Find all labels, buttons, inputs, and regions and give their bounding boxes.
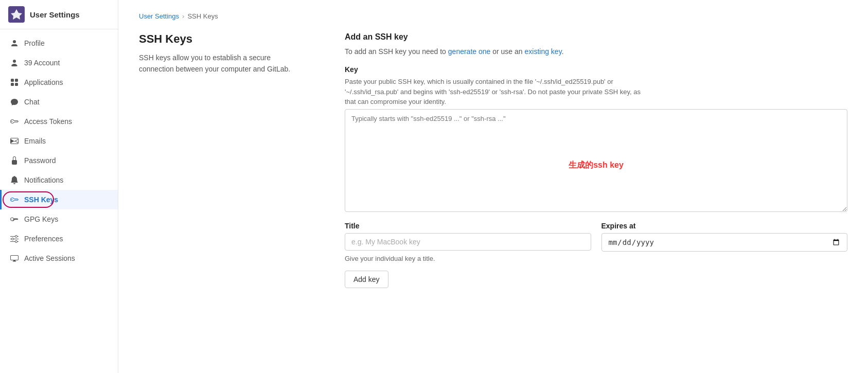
add-ssh-key-heading: Add an SSH key — [345, 32, 847, 42]
generate-one-link[interactable]: generate one — [448, 47, 491, 56]
title-group: Title — [345, 222, 591, 252]
sidebar-item-emails[interactable]: Emails — [0, 131, 118, 151]
app-logo — [8, 6, 25, 23]
sidebar-item-preferences[interactable]: Preferences — [0, 229, 118, 248]
sidebar-item-password[interactable]: Password — [0, 151, 118, 170]
lock-icon — [10, 156, 19, 165]
svg-marker-0 — [11, 9, 22, 20]
sidebar-label-preferences: Preferences — [24, 235, 63, 243]
sidebar-label-profile: Profile — [24, 39, 45, 47]
key-label: Key — [345, 65, 847, 74]
chat-icon — [10, 97, 19, 106]
sidebar-label-ssh-keys: SSH Keys — [24, 196, 58, 204]
key-icon — [10, 117, 19, 126]
sidebar-label-chat: Chat — [24, 98, 40, 106]
person-badge-icon — [10, 58, 19, 67]
sidebar-item-chat[interactable]: Chat — [0, 92, 118, 112]
sidebar-label-account: 39 Account — [24, 59, 60, 67]
sidebar-label-emails: Emails — [24, 137, 46, 145]
sidebar-item-account[interactable]: 39 Account — [0, 53, 118, 73]
sidebar-nav: Profile 39 Account Applications Chat Acc — [0, 29, 118, 373]
existing-key-link[interactable]: existing key — [525, 47, 562, 56]
page-description: SSH keys allow you to establish a secure… — [139, 52, 314, 75]
monitor-icon — [10, 254, 19, 263]
sidebar-label-gpg-keys: GPG Keys — [24, 215, 58, 223]
sidebar-item-applications[interactable]: Applications — [0, 73, 118, 92]
key-fill-icon — [10, 195, 19, 204]
bell-icon — [10, 175, 19, 185]
sidebar-label-active-sessions: Active Sessions — [24, 254, 75, 262]
expires-label: Expires at — [601, 222, 848, 230]
sliders-icon — [10, 234, 19, 243]
page-title: SSH Keys — [139, 32, 314, 46]
sidebar-item-notifications[interactable]: Notifications — [0, 170, 118, 190]
grid-icon — [10, 78, 19, 87]
title-expires-row: Title Expires at — [345, 222, 847, 252]
sidebar-item-access-tokens[interactable]: Access Tokens — [0, 112, 118, 131]
key-description: Paste your public SSH key, which is usua… — [345, 77, 847, 107]
envelope-icon — [10, 136, 19, 146]
sidebar-label-access-tokens: Access Tokens — [24, 117, 72, 126]
sidebar: User Settings Profile 39 Account Applica… — [0, 0, 118, 373]
sidebar-item-gpg-keys[interactable]: GPG Keys — [0, 209, 118, 229]
breadcrumb: User Settings › SSH Keys — [139, 12, 847, 20]
breadcrumb-separator: › — [182, 12, 184, 20]
breadcrumb-current: SSH Keys — [187, 12, 218, 20]
left-column: SSH Keys SSH keys allow you to establish… — [139, 32, 314, 288]
gpg-key-icon — [10, 215, 19, 224]
expires-group: Expires at — [601, 222, 848, 252]
main-content: User Settings › SSH Keys SSH Keys SSH ke… — [118, 0, 868, 373]
sidebar-item-active-sessions[interactable]: Active Sessions — [0, 248, 118, 268]
content-area: SSH Keys SSH keys allow you to establish… — [139, 32, 847, 288]
add-key-button[interactable]: Add key — [345, 271, 388, 288]
key-textarea-wrapper: 生成的ssh key — [345, 109, 847, 222]
sidebar-item-ssh-keys[interactable]: SSH Keys — [0, 190, 118, 209]
sidebar-title: User Settings — [30, 10, 80, 19]
title-label: Title — [345, 222, 591, 230]
right-column: Add an SSH key To add an SSH key you nee… — [345, 32, 847, 288]
add-ssh-key-subtext: To add an SSH key you need to generate o… — [345, 46, 847, 57]
person-icon — [10, 39, 19, 48]
breadcrumb-parent[interactable]: User Settings — [139, 12, 179, 20]
sidebar-label-applications: Applications — [24, 78, 63, 86]
sidebar-label-password: Password — [24, 156, 56, 165]
expires-date-input[interactable] — [601, 233, 848, 252]
title-hint: Give your individual key a title. — [345, 255, 847, 262]
title-input[interactable] — [345, 233, 591, 251]
key-textarea[interactable] — [345, 109, 847, 212]
sidebar-item-profile[interactable]: Profile — [0, 33, 118, 53]
sidebar-label-notifications: Notifications — [24, 176, 63, 184]
sidebar-header: User Settings — [0, 0, 118, 29]
